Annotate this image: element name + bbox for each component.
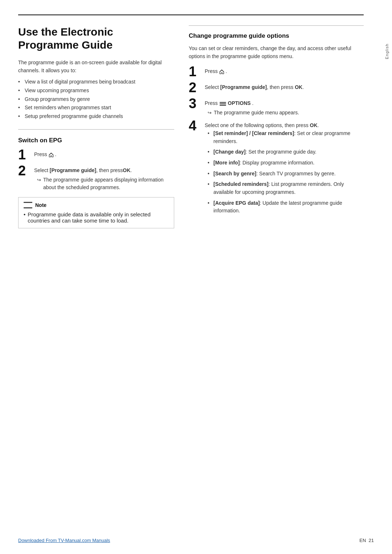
right-step-1-content: Press . xyxy=(205,66,227,76)
step-2-select-text: Select [Programme guide], then pressOK. xyxy=(34,167,132,173)
list-item: [Set reminder] / [Clear reminders]: Set … xyxy=(208,130,364,145)
left-column: Use the Electronic Programme Guide The p… xyxy=(18,25,174,228)
right-column: Change programme guide options You can s… xyxy=(189,25,364,228)
list-item: View upcoming programmes xyxy=(18,87,174,95)
step-2-programme-guide-bold: [Programme guide] xyxy=(50,167,96,173)
right-step-2-text: Select [Programme guide], then press OK. xyxy=(205,84,304,90)
right-step-4-content: Select one of the following options, the… xyxy=(205,120,364,218)
right-step-3-period: . xyxy=(252,100,253,106)
step-1-content: Press . xyxy=(34,149,56,159)
footer-page-label: EN xyxy=(359,538,366,543)
right-step-4-number: 4 xyxy=(189,119,202,133)
step-2-arrow-text: The programme guide appears displaying i… xyxy=(43,176,174,191)
right-step-4-bullets: [Set reminder] / [Clear reminders]: Set … xyxy=(208,130,364,215)
note-label: Note xyxy=(35,202,46,208)
page-container: English Use the Electronic Programme Gui… xyxy=(0,0,392,554)
step-1-press-text: Press xyxy=(34,151,47,157)
footer-page: EN 21 xyxy=(359,538,374,543)
bullet-bold: [Acquire EPG data] xyxy=(213,200,260,206)
list-item: [Search by genre]: Search TV programmes … xyxy=(208,170,364,178)
bullet-bold: [Search by genre] xyxy=(213,171,256,176)
svg-marker-1 xyxy=(219,70,224,72)
top-divider xyxy=(18,15,364,15)
list-item: Setup preferred programme guide channels xyxy=(18,113,174,121)
right-step-2: 2 Select [Programme guide], then press O… xyxy=(189,82,364,94)
right-step-1-press: Press xyxy=(205,68,218,74)
arrow-symbol: ↪ xyxy=(37,176,41,184)
step-1-period: . xyxy=(55,151,57,157)
list-item: [Scheduled reminders]: List programme re… xyxy=(208,180,364,196)
note-content: Programme guide data is available only i… xyxy=(28,211,169,224)
main-content: Use the Electronic Programme Guide The p… xyxy=(0,0,382,554)
step-2-number: 2 xyxy=(18,164,31,178)
right-step-2-bold: [Programme guide] xyxy=(220,84,267,90)
right-step-3-press: Press xyxy=(205,100,219,106)
right-step-1-number: 1 xyxy=(189,65,202,78)
note-text: Programme guide data is available only i… xyxy=(24,211,169,224)
list-item: Group programmes by genre xyxy=(18,95,174,103)
bullet-bold: [Change day] xyxy=(213,149,246,155)
page-title: Use the Electronic Programme Guide xyxy=(18,25,174,52)
list-item: [Acquire EPG data]: Update the latest pr… xyxy=(208,199,364,215)
change-options-heading: Change programme guide options xyxy=(189,32,364,40)
list-item: [Change day]: Set the programme guide da… xyxy=(208,148,364,156)
home-icon-right xyxy=(219,69,224,74)
step-1-number: 1 xyxy=(18,148,31,162)
side-tab-label: English xyxy=(385,44,389,59)
right-step-4: 4 Select one of the following options, t… xyxy=(189,120,364,218)
bullet-bold: [Scheduled reminders] xyxy=(213,181,269,187)
right-top-divider xyxy=(189,25,364,26)
step-1: 1 Press . xyxy=(18,149,174,162)
step-2-ok-bold: OK xyxy=(123,167,130,173)
switch-on-epg-heading: Switch on EPG xyxy=(18,137,174,144)
footer-link[interactable]: Downloaded From TV-Manual.com Manuals xyxy=(18,538,110,543)
bullet-bold: [More info] xyxy=(213,160,240,166)
right-step-4-ok: OK xyxy=(310,122,318,128)
right-step-3-number: 3 xyxy=(189,97,202,110)
list-item: View a list of digital programmes being … xyxy=(18,78,174,86)
list-item: [More info]: Display programme informati… xyxy=(208,159,364,167)
side-tab: English xyxy=(382,0,392,554)
intro-text: The programme guide is an on-screen guid… xyxy=(18,59,174,74)
right-step-3-arrow: ↪ The programme guide menu appears. xyxy=(205,109,299,117)
right-step-2-number: 2 xyxy=(189,81,202,94)
right-step-1: 1 Press . xyxy=(189,66,364,78)
right-step-4-text: Select one of the following options, the… xyxy=(205,122,319,128)
footer: Downloaded From TV-Manual.com Manuals EN… xyxy=(18,538,374,543)
right-intro-text: You can set or clear reminders, change t… xyxy=(189,45,364,60)
home-icon xyxy=(49,152,54,157)
footer-page-number: 21 xyxy=(369,538,374,543)
arrow-symbol-right: ↪ xyxy=(208,109,212,117)
note-box: Note Programme guide data is available o… xyxy=(18,197,174,228)
section-divider xyxy=(18,129,174,130)
intro-bullet-list: View a list of digital programmes being … xyxy=(18,78,174,120)
note-icon xyxy=(24,202,32,208)
right-step-1-period: . xyxy=(226,68,227,74)
right-step-3-arrow-text: The programme guide menu appears. xyxy=(214,109,299,117)
right-step-2-ok: OK xyxy=(295,84,302,90)
right-step-3-options-bold: OPTIONS xyxy=(228,100,251,106)
note-header: Note xyxy=(24,202,169,208)
step-2-arrow: ↪ The programme guide appears displaying… xyxy=(34,176,174,191)
bullet-bold: [Set reminder] / [Clear reminders] xyxy=(213,130,294,136)
svg-marker-0 xyxy=(49,152,53,155)
step-2-content: Select [Programme guide], then pressOK. … xyxy=(34,165,174,191)
columns-layout: Use the Electronic Programme Guide The p… xyxy=(18,25,364,228)
options-icon xyxy=(220,102,226,106)
right-step-3-content: Press OPTIONS . ↪ The programme guide me… xyxy=(205,98,299,117)
right-step-3: 3 Press OPTIONS . ↪ The programme guide xyxy=(189,98,364,117)
right-step-2-content: Select [Programme guide], then press OK. xyxy=(205,82,304,91)
step-2: 2 Select [Programme guide], then pressOK… xyxy=(18,165,174,191)
list-item: Set reminders when programmes start xyxy=(18,104,174,112)
